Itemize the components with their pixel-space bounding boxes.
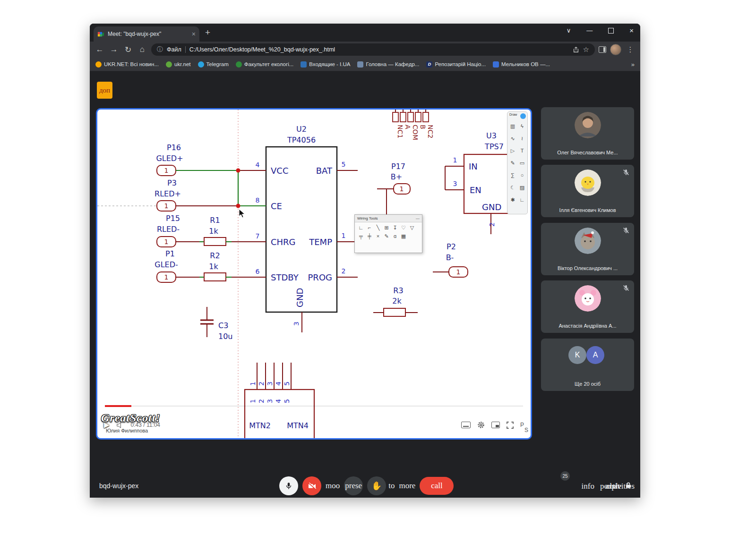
svg-text:1: 1	[249, 381, 257, 386]
svg-text:RLED+: RLED+	[155, 189, 181, 198]
svg-text:4: 4	[256, 161, 260, 169]
wiring-tool-icon: ╪	[366, 233, 373, 239]
page-info-icon[interactable]: ⓘ	[157, 45, 163, 54]
junction-dot	[236, 169, 241, 173]
svg-text:3: 3	[292, 322, 300, 326]
settings-gear-icon[interactable]	[477, 421, 485, 429]
bookmark-star-icon[interactable]: ☆	[583, 45, 589, 54]
wiring-tools-title: Wiring Tools	[357, 216, 378, 220]
svg-text:A: A	[404, 125, 412, 129]
mic-toggle-button[interactable]	[279, 476, 298, 495]
profile-avatar[interactable]	[610, 44, 621, 55]
svg-text:NC1: NC1	[396, 125, 404, 138]
svg-text:TP4056: TP4056	[287, 136, 316, 144]
video-progress-track[interactable]	[105, 406, 523, 407]
forward-button[interactable]: →	[109, 45, 119, 54]
host-controls-lock-icon[interactable]	[625, 482, 632, 489]
draw-tool-icon: ▷	[508, 145, 517, 156]
svg-text:STDBY: STDBY	[271, 272, 299, 282]
participant-overflow-label: Ще 20 осіб	[541, 381, 634, 387]
video-controls: ▶ 0:43 / 11:04	[97, 415, 531, 434]
meet-favicon	[97, 31, 104, 38]
side-panel-icon[interactable]	[599, 46, 606, 53]
participant-tile[interactable]: Олег Вячеславович Ме...	[541, 107, 634, 160]
draw-tool-icon: ✎	[508, 157, 517, 169]
svg-text:1: 1	[400, 185, 404, 193]
wiring-tool-icon: ⌐	[366, 224, 373, 231]
subtitles-icon[interactable]	[461, 422, 471, 428]
participant-tile[interactable]: Віктор Олександрович ...	[541, 223, 634, 275]
svg-text:TPS7: TPS7	[484, 142, 504, 151]
bookmarks-overflow-icon[interactable]: »	[631, 61, 635, 68]
miniplayer-icon[interactable]	[491, 422, 500, 428]
garbled-label-mood[interactable]: moo	[326, 481, 340, 491]
url-text: C:/Users/Олег/Desktop/Meet_%20_bqd-wujx-…	[189, 46, 335, 53]
back-button[interactable]: ←	[94, 45, 105, 54]
svg-text:GND: GND	[482, 202, 501, 212]
svg-text:R3: R3	[393, 286, 403, 295]
svg-text:3: 3	[266, 381, 274, 386]
window-minimize-button[interactable]: —	[586, 27, 593, 34]
window-chevron-icon[interactable]: ∨	[567, 27, 571, 34]
tab-close-icon[interactable]: ×	[192, 31, 196, 37]
bookmark-faculty[interactable]: Факультет екологі...	[236, 61, 293, 68]
present-button[interactable]: prese	[344, 476, 363, 495]
svg-text:4: 4	[275, 381, 282, 386]
svg-text:CHRG: CHRG	[271, 237, 296, 247]
info-button[interactable]: info	[582, 482, 594, 491]
camera-off-button[interactable]	[302, 476, 321, 495]
avatar	[575, 228, 601, 254]
svg-text:5: 5	[342, 161, 346, 168]
menu-icon[interactable]: ⋮	[625, 45, 636, 54]
raise-hand-button[interactable]: ✋	[367, 476, 386, 495]
draw-tool-icon: ▭	[518, 157, 526, 169]
meet-bottom-bar: bqd-wujx-pex	[90, 461, 640, 498]
svg-text:B+: B+	[391, 172, 402, 181]
fullscreen-icon[interactable]	[507, 422, 514, 429]
bookmark-ukrnet[interactable]: ukr.net	[166, 61, 191, 68]
svg-text:1: 1	[164, 167, 169, 174]
wiring-tool-icon: ×	[375, 233, 381, 239]
svg-text:1: 1	[164, 238, 169, 246]
volume-icon[interactable]	[116, 422, 124, 429]
raised-hand-icon: ✋	[371, 481, 382, 491]
window-close-button[interactable]: ×	[629, 26, 634, 34]
reload-button[interactable]: ↻	[123, 45, 133, 55]
home-button[interactable]: ⌂	[137, 45, 147, 54]
address-bar[interactable]: ⓘ Файл C:/Users/Олег/Desktop/Meet_%20_bq…	[151, 43, 595, 56]
meeting-code: bqd-wujx-pex	[99, 482, 138, 490]
participant-tile[interactable]: Анастасія Андріївна А...	[541, 280, 634, 333]
svg-text:NC2: NC2	[427, 125, 434, 138]
svg-text:6: 6	[256, 268, 260, 275]
junction-dot	[236, 204, 241, 208]
resistor-r3: R3 2k	[373, 286, 418, 316]
schematic-drawing: U2 TP4056 VCC CE CHRG STDBY BAT TEMP PRO…	[97, 110, 531, 438]
presentation-video-tile[interactable]: U2 TP4056 VCC CE CHRG STDBY BAT TEMP PRO…	[96, 108, 532, 440]
draw-panel: Draw ▥ ϟ ∿ ≀ ▷ T ✎ ▭ ∑ ○ ☾ ▨ ✱ ∟	[507, 111, 528, 214]
wiring-tool-icon: ╤	[358, 233, 364, 239]
bookmark-department[interactable]: Головна — Кафедр...	[357, 61, 419, 68]
window-maximize-button[interactable]	[608, 28, 614, 34]
presentation-badge[interactable]: доп	[97, 82, 112, 99]
share-icon[interactable]	[573, 46, 579, 53]
play-button[interactable]: ▶	[104, 421, 110, 429]
bookmark-telegram[interactable]: Telegram	[198, 61, 229, 68]
svg-text:R2: R2	[210, 251, 220, 260]
svg-text:1: 1	[456, 268, 461, 276]
draw-panel-title: Draw	[509, 113, 517, 116]
bookmark-iua-mail[interactable]: Входящие - I.UA	[301, 61, 350, 68]
browser-tab[interactable]: Meet: "bqd-wujx-pex" ×	[94, 26, 199, 42]
participant-overflow-tile[interactable]: K A Ще 20 осіб	[541, 339, 634, 391]
end-call-button[interactable]: call	[420, 477, 454, 495]
garbled-label-more[interactable]: more	[399, 481, 415, 491]
bookmark-favicon: D	[426, 61, 432, 68]
bookmark-melnikov[interactable]: Мельников ОВ —...	[493, 61, 550, 68]
draw-tool-icon: ☾	[508, 182, 517, 193]
svg-text:8: 8	[256, 196, 260, 204]
garbled-label-to[interactable]: to	[388, 481, 395, 491]
bookmark-ukrnet-news[interactable]: UKR.NET: Всі новин...	[95, 61, 159, 68]
wiring-tool-icon: ⊞	[383, 224, 390, 231]
participant-tile[interactable]: Ілля Євгенович Климов	[541, 165, 634, 217]
new-tab-button[interactable]: +	[205, 27, 210, 38]
bookmark-repository[interactable]: D Репозитарій Націо...	[426, 61, 486, 68]
